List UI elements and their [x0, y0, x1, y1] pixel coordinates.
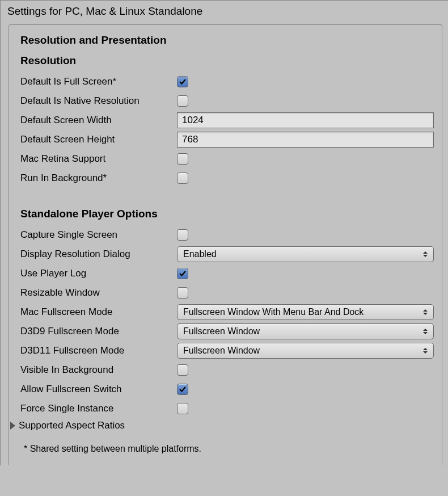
default-width-row: Default Screen Width — [19, 112, 434, 128]
run-in-background-label: Run In Background* — [19, 173, 177, 184]
supported-aspect-ratios-label: Supported Aspect Ratios — [19, 420, 125, 431]
settings-panel: Settings for PC, Mac & Linux Standalone … — [0, 0, 448, 465]
resizable-window-label: Resizable Window — [19, 287, 177, 299]
default-width-label: Default Screen Width — [19, 115, 177, 126]
resizable-window-checkbox[interactable] — [177, 287, 188, 299]
d3d9-fullscreen-value: Fullscreen Window — [183, 326, 260, 337]
default-fullscreen-checkbox[interactable] — [177, 76, 188, 87]
use-player-log-checkbox[interactable] — [177, 268, 188, 279]
panel-title: Settings for PC, Mac & Linux Standalone — [1, 1, 448, 24]
run-in-background-checkbox[interactable] — [177, 173, 188, 184]
shared-setting-footnote: * Shared setting between multiple platfo… — [24, 444, 434, 454]
resolution-heading: Resolution — [20, 54, 434, 67]
default-native-res-label: Default Is Native Resolution — [19, 95, 177, 107]
visible-in-background-row: Visible In Background — [19, 362, 434, 378]
mac-fullscreen-label: Mac Fullscreen Mode — [19, 306, 177, 318]
mac-fullscreen-value: Fullscreen Window With Menu Bar And Dock — [183, 307, 364, 317]
mac-fullscreen-select[interactable]: Fullscreen Window With Menu Bar And Dock — [177, 304, 434, 320]
capture-single-checkbox[interactable] — [177, 229, 188, 241]
force-single-instance-checkbox[interactable] — [177, 403, 188, 414]
standalone-heading: Standalone Player Options — [20, 208, 434, 220]
supported-aspect-ratios-foldout[interactable]: Supported Aspect Ratios — [10, 420, 434, 431]
resolution-presentation-section: Resolution and Presentation Resolution D… — [9, 24, 442, 465]
default-fullscreen-row: Default Is Full Screen* — [19, 74, 434, 90]
d3d9-fullscreen-row: D3D9 Fullscreen Mode Fullscreen Window — [19, 323, 434, 339]
allow-fullscreen-switch-checkbox[interactable] — [177, 384, 188, 395]
default-width-input[interactable] — [177, 112, 434, 128]
updown-icon — [423, 250, 429, 259]
capture-single-label: Capture Single Screen — [19, 229, 177, 241]
triangle-right-icon — [10, 422, 15, 430]
default-native-res-row: Default Is Native Resolution — [19, 93, 434, 109]
visible-in-background-label: Visible In Background — [19, 364, 177, 376]
section-title: Resolution and Presentation — [19, 34, 434, 47]
check-icon — [179, 78, 187, 86]
default-height-label: Default Screen Height — [19, 134, 177, 145]
mac-retina-checkbox[interactable] — [177, 153, 188, 165]
d3d11-fullscreen-select[interactable]: Fullscreen Window — [177, 343, 434, 359]
force-single-instance-label: Force Single Instance — [19, 403, 177, 414]
updown-icon — [423, 346, 429, 355]
default-fullscreen-label: Default Is Full Screen* — [19, 76, 177, 87]
default-native-res-checkbox[interactable] — [177, 95, 188, 107]
d3d11-fullscreen-label: D3D11 Fullscreen Mode — [19, 345, 177, 356]
use-player-log-row: Use Player Log — [19, 266, 434, 281]
updown-icon — [423, 327, 429, 336]
default-height-row: Default Screen Height — [19, 132, 434, 148]
updown-icon — [423, 308, 429, 317]
run-in-background-row: Run In Background* — [19, 170, 434, 186]
mac-retina-row: Mac Retina Support — [19, 151, 434, 167]
force-single-instance-row: Force Single Instance — [19, 401, 434, 417]
check-icon — [179, 385, 187, 393]
default-height-input[interactable] — [177, 132, 434, 148]
display-dialog-row: Display Resolution Dialog Enabled — [19, 246, 434, 262]
display-dialog-label: Display Resolution Dialog — [19, 249, 177, 260]
display-dialog-value: Enabled — [183, 249, 217, 259]
mac-fullscreen-row: Mac Fullscreen Mode Fullscreen Window Wi… — [19, 304, 434, 320]
display-dialog-select[interactable]: Enabled — [177, 246, 434, 262]
check-icon — [179, 270, 187, 278]
resizable-window-row: Resizable Window — [19, 285, 434, 301]
use-player-log-label: Use Player Log — [19, 268, 177, 279]
d3d11-fullscreen-value: Fullscreen Window — [183, 346, 260, 356]
d3d11-fullscreen-row: D3D11 Fullscreen Mode Fullscreen Window — [19, 343, 434, 359]
capture-single-row: Capture Single Screen — [19, 227, 434, 243]
mac-retina-label: Mac Retina Support — [19, 153, 177, 165]
d3d9-fullscreen-select[interactable]: Fullscreen Window — [177, 323, 434, 339]
allow-fullscreen-switch-row: Allow Fullscreen Switch — [19, 381, 434, 397]
allow-fullscreen-switch-label: Allow Fullscreen Switch — [19, 384, 177, 395]
d3d9-fullscreen-label: D3D9 Fullscreen Mode — [19, 326, 177, 337]
visible-in-background-checkbox[interactable] — [177, 364, 188, 376]
